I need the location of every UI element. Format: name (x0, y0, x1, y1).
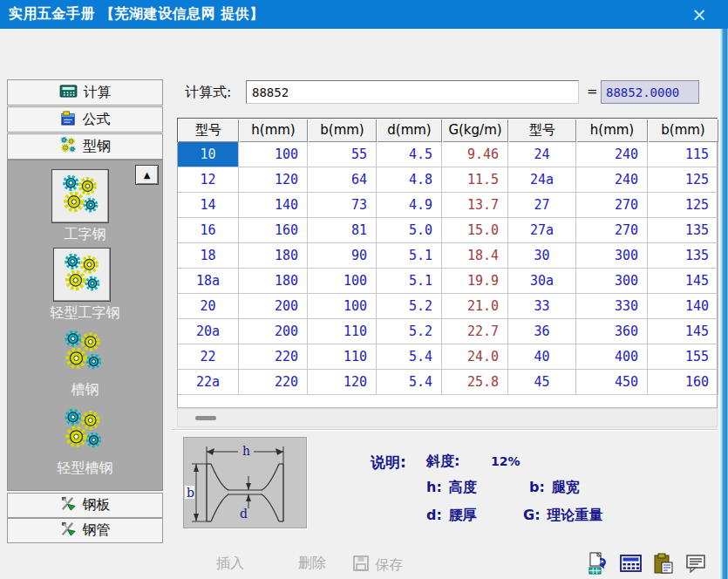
table-cell[interactable]: 5.2 (377, 294, 442, 319)
save-button[interactable]: 保存 (352, 555, 403, 576)
table-cell[interactable]: 100 (239, 142, 308, 167)
table-cell[interactable]: 145 (648, 319, 718, 344)
table-cell[interactable]: 125 (648, 167, 718, 193)
sidebar-button-calculate[interactable]: 计算 (7, 79, 163, 106)
table-cell[interactable]: 220 (239, 344, 308, 370)
table-cell[interactable]: 300 (576, 269, 648, 294)
table-cell[interactable]: 45 (508, 370, 576, 395)
panel-item-i-beam[interactable] (51, 169, 109, 223)
close-button[interactable]: × (679, 0, 719, 29)
panel-item-label[interactable]: 工字钢 (8, 226, 162, 244)
paste-clipboard-icon[interactable] (652, 552, 675, 575)
table-cell[interactable]: 18a (178, 269, 239, 294)
table-cell[interactable]: 30a (508, 269, 576, 294)
column-header[interactable]: h(mm) (576, 119, 648, 142)
calc-expression-input[interactable] (246, 80, 579, 104)
panel-item-label[interactable]: 轻型工字钢 (8, 304, 162, 323)
table-cell[interactable]: 135 (648, 243, 718, 269)
table-cell[interactable]: 24.0 (442, 344, 508, 370)
table-cell[interactable]: 10 (178, 142, 239, 167)
table-cell[interactable]: 9.46 (442, 142, 508, 167)
table-cell[interactable]: 5.4 (377, 344, 442, 370)
table-cell[interactable]: 55 (308, 142, 377, 167)
table-cell[interactable]: 120 (308, 370, 377, 395)
table-cell[interactable]: 300 (576, 243, 648, 269)
table-cell[interactable]: 145 (648, 269, 718, 294)
table-cell[interactable]: 22.7 (442, 319, 508, 344)
panel-item-channel-steel[interactable] (56, 326, 110, 378)
table-cell[interactable]: 16 (178, 218, 239, 243)
table-cell[interactable]: 14 (178, 193, 239, 218)
column-header[interactable]: G(kg/m) (442, 119, 508, 142)
table-cell[interactable]: 360 (576, 319, 648, 344)
panel-item-light-i-beam[interactable] (53, 248, 111, 302)
column-header[interactable]: 型号 (178, 119, 239, 142)
table-cell[interactable]: 13.7 (442, 193, 508, 218)
table-cell[interactable]: 450 (576, 370, 648, 395)
delete-button[interactable]: 删除 (298, 555, 326, 573)
table-cell[interactable]: 180 (239, 269, 308, 294)
table-cell[interactable]: 140 (239, 193, 308, 218)
table-cell[interactable]: 15.0 (442, 218, 508, 243)
table-cell[interactable]: 40 (508, 344, 576, 370)
table-cell[interactable]: 19.9 (442, 269, 508, 294)
table-cell[interactable]: 200 (239, 294, 308, 319)
sidebar-button-section-steel[interactable]: 型钢 (7, 133, 163, 160)
notes-icon[interactable] (684, 552, 707, 575)
table-cell[interactable]: 200 (239, 319, 308, 344)
horizontal-scrollbar[interactable] (177, 408, 718, 427)
table-cell[interactable]: 18.4 (442, 243, 508, 269)
hscrollbar-thumb[interactable] (195, 416, 216, 420)
table-cell[interactable]: 5.1 (377, 269, 442, 294)
panel-item-label[interactable]: 轻型槽钢 (8, 460, 162, 478)
table-cell[interactable]: 160 (239, 218, 308, 243)
table-cell[interactable]: 25.8 (442, 370, 508, 395)
table-cell[interactable]: 20a (178, 319, 239, 344)
insert-button[interactable]: 插入 (216, 555, 244, 573)
scroll-up-button[interactable]: ▲ (135, 165, 159, 185)
column-header[interactable]: 型号 (508, 119, 576, 142)
table-cell[interactable]: 27a (508, 218, 576, 243)
table-cell[interactable]: 21.0 (442, 294, 508, 319)
sidebar-button-formula[interactable]: 公式 (7, 106, 163, 133)
table-cell[interactable]: 27 (508, 193, 576, 218)
table-cell[interactable]: 4.5 (377, 142, 442, 167)
table-cell[interactable]: 30 (508, 243, 576, 269)
table-cell[interactable]: 270 (576, 218, 648, 243)
table-cell[interactable]: 73 (308, 193, 377, 218)
table-cell[interactable]: 330 (576, 294, 648, 319)
table-cell[interactable]: 135 (648, 218, 718, 243)
table-cell[interactable]: 90 (308, 243, 377, 269)
export-table-icon[interactable] (588, 552, 610, 575)
table-cell[interactable]: 110 (308, 319, 377, 344)
table-cell[interactable]: 155 (648, 344, 718, 370)
table-cell[interactable]: 33 (508, 294, 576, 319)
table-cell[interactable]: 240 (576, 142, 648, 167)
table-cell[interactable]: 24 (508, 142, 576, 167)
table-cell[interactable]: 160 (648, 370, 718, 395)
table-cell[interactable]: 18 (178, 243, 239, 269)
sidebar-button-steel-plate[interactable]: 钢板 (7, 493, 163, 518)
table-cell[interactable]: 110 (308, 344, 377, 370)
table-cell[interactable]: 5.0 (377, 218, 442, 243)
table-cell[interactable]: 12 (178, 167, 239, 193)
table-cell[interactable]: 100 (308, 294, 377, 319)
calculator-icon[interactable] (620, 552, 643, 575)
panel-item-light-channel-steel[interactable] (56, 405, 110, 457)
column-header[interactable]: b(mm) (648, 119, 718, 142)
table-cell[interactable]: 180 (239, 243, 308, 269)
table-cell[interactable]: 270 (576, 193, 648, 218)
table-cell[interactable]: 220 (239, 370, 308, 395)
table-cell[interactable]: 140 (648, 294, 718, 319)
table-cell[interactable]: 5.2 (377, 319, 442, 344)
table-cell[interactable]: 24a (508, 167, 576, 193)
table-cell[interactable]: 400 (576, 344, 648, 370)
panel-item-label[interactable]: 槽钢 (8, 381, 162, 399)
table-cell[interactable]: 120 (239, 167, 308, 193)
table-cell[interactable]: 240 (576, 167, 648, 193)
table-cell[interactable]: 36 (508, 319, 576, 344)
table-cell[interactable]: 100 (308, 269, 377, 294)
table-cell[interactable]: 4.8 (377, 167, 442, 193)
table-cell[interactable]: 11.5 (442, 167, 508, 193)
table-cell[interactable]: 4.9 (377, 193, 442, 218)
